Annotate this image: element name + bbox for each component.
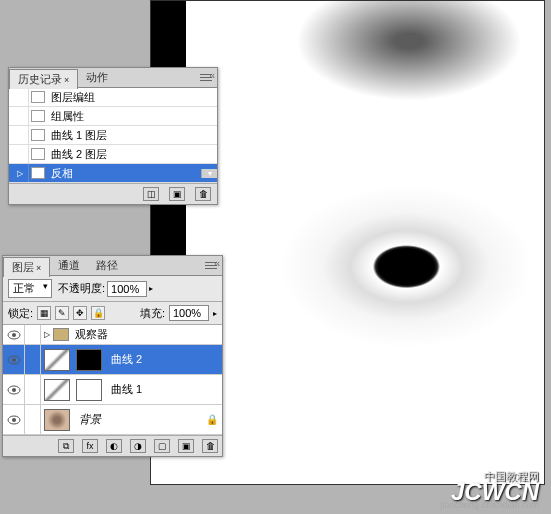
history-step-icon [31, 148, 45, 160]
layer-style-icon[interactable]: fx [82, 439, 98, 453]
history-item-selected[interactable]: ▷ 反相 ▾ [9, 164, 217, 183]
lock-all-icon[interactable]: 🔒 [91, 306, 105, 320]
tab-history[interactable]: 历史记录× [9, 69, 78, 89]
layers-list: ▷ 观察器 曲线 2 曲线 1 背景 🔒 [3, 325, 222, 435]
scroll-down-icon[interactable]: ▾ [201, 169, 217, 178]
history-pointer-icon: ▷ [17, 169, 23, 178]
panel-collapse-icon[interactable]: « [214, 258, 220, 269]
link-layers-icon[interactable]: ⧉ [58, 439, 74, 453]
trash-icon[interactable]: 🗑 [202, 439, 218, 453]
add-mask-icon[interactable]: ◐ [106, 439, 122, 453]
adjustment-layer-icon[interactable]: ◑ [130, 439, 146, 453]
layer-row-selected[interactable]: 曲线 2 [3, 345, 222, 375]
layer-thumb[interactable] [44, 409, 70, 431]
visibility-icon[interactable] [7, 330, 21, 340]
svg-point-3 [12, 358, 16, 362]
adjustment-thumb-icon[interactable] [44, 349, 70, 371]
tab-paths[interactable]: 路径 [88, 256, 126, 275]
opacity-flyout-icon[interactable]: ▸ [149, 284, 153, 293]
svg-point-5 [12, 388, 16, 392]
mask-thumb[interactable] [76, 379, 102, 401]
expand-icon[interactable]: ▷ [44, 330, 50, 339]
layer-options-row: 正常 不透明度: 100% ▸ [3, 276, 222, 302]
history-item[interactable]: 图层编组 [9, 88, 217, 107]
visibility-icon[interactable] [7, 355, 21, 365]
svg-point-1 [12, 333, 16, 337]
lock-transparency-icon[interactable]: ▦ [37, 306, 51, 320]
layer-label[interactable]: 曲线 2 [105, 352, 222, 367]
history-step-icon [31, 129, 45, 141]
new-group-icon[interactable]: ▢ [154, 439, 170, 453]
lock-icon: 🔒 [206, 414, 218, 425]
opacity-input[interactable]: 100% [107, 281, 147, 297]
layer-label[interactable]: 曲线 1 [105, 382, 222, 397]
layers-footer: ⧉ fx ◐ ◑ ▢ ▣ 🗑 [3, 435, 222, 456]
close-icon[interactable]: × [64, 75, 69, 85]
history-footer: ◫ ▣ 🗑 [9, 183, 217, 204]
history-step-icon [31, 110, 45, 122]
lock-row: 锁定: ▦ ✎ ✥ 🔒 填充: 100% ▸ [3, 302, 222, 325]
layer-row-background[interactable]: 背景 🔒 [3, 405, 222, 435]
history-step-icon [31, 167, 45, 179]
tab-layers[interactable]: 图层× [3, 257, 50, 277]
tab-channels[interactable]: 通道 [50, 256, 88, 275]
layers-tabs: 图层× 通道 路径 [3, 256, 222, 276]
fill-input[interactable]: 100% [169, 305, 209, 321]
fill-label: 填充: [140, 306, 165, 321]
panel-collapse-icon[interactable]: « [209, 70, 215, 81]
close-icon[interactable]: × [36, 263, 41, 273]
history-panel: « 历史记录× 动作 图层编组 组属性 曲线 1 图层 曲线 2 图层 ▷ 反相… [8, 67, 218, 205]
new-layer-icon[interactable]: ▣ [178, 439, 194, 453]
folder-icon [53, 328, 69, 341]
layer-group-row[interactable]: ▷ 观察器 [3, 325, 222, 345]
history-step-icon [31, 91, 45, 103]
history-list: 图层编组 组属性 曲线 1 图层 曲线 2 图层 ▷ 反相 ▾ [9, 88, 217, 183]
watermark-url: jiaocheng.chazidian.com [440, 500, 539, 510]
history-item[interactable]: 曲线 1 图层 [9, 126, 217, 145]
visibility-icon[interactable] [7, 415, 21, 425]
adjustment-thumb-icon[interactable] [44, 379, 70, 401]
blend-mode-dropdown[interactable]: 正常 [8, 279, 52, 298]
layer-row[interactable]: 曲线 1 [3, 375, 222, 405]
layers-panel: « 图层× 通道 路径 正常 不透明度: 100% ▸ 锁定: ▦ ✎ ✥ 🔒 … [2, 255, 223, 457]
fill-flyout-icon[interactable]: ▸ [213, 309, 217, 318]
history-item[interactable]: 组属性 [9, 107, 217, 126]
layer-label[interactable]: 背景 [73, 412, 206, 427]
opacity-label: 不透明度: [58, 281, 105, 296]
visibility-icon[interactable] [7, 385, 21, 395]
mask-thumb[interactable] [76, 349, 102, 371]
trash-icon[interactable]: 🗑 [195, 187, 211, 201]
tab-actions[interactable]: 动作 [78, 68, 116, 87]
new-snapshot-icon[interactable]: ◫ [143, 187, 159, 201]
svg-point-7 [12, 418, 16, 422]
new-document-icon[interactable]: ▣ [169, 187, 185, 201]
history-item[interactable]: 曲线 2 图层 [9, 145, 217, 164]
lock-position-icon[interactable]: ✥ [73, 306, 87, 320]
layer-label[interactable]: 观察器 [69, 327, 222, 342]
lock-pixels-icon[interactable]: ✎ [55, 306, 69, 320]
history-tabs: 历史记录× 动作 [9, 68, 217, 88]
lock-label: 锁定: [8, 306, 33, 321]
